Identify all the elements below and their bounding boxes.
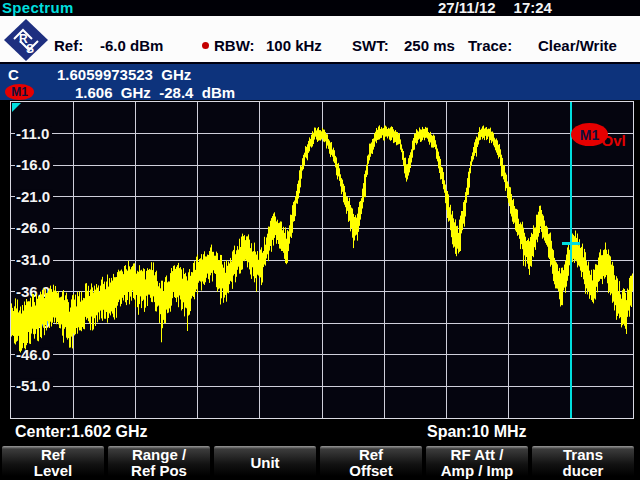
setting-label: Trace:	[468, 37, 538, 54]
marker-info-bar: C 1.6059973523 GHz M1 1.606 GHz -28.4 dB…	[0, 62, 640, 100]
setting-value: Clear/Write	[538, 37, 617, 54]
header-bar: Spectrum 27/11/12 17:24	[0, 0, 640, 16]
setting-label: Ref:	[54, 37, 100, 54]
center-frequency: Center:1.602 GHz	[15, 423, 148, 441]
changed-setting-indicator-icon	[202, 42, 209, 49]
rohde-schwarz-logo: R S	[3, 18, 49, 62]
counter-frequency-value: 1.6059973523 GHz	[57, 66, 191, 83]
mode-title: Spectrum	[2, 0, 74, 16]
setting-label: SWT:	[352, 37, 404, 54]
setting-value: -6.0 dBm	[100, 37, 163, 54]
softkey-range-ref-pos[interactable]: Range /Ref Pos	[108, 446, 210, 479]
marker-m1-badge: M1	[5, 84, 34, 100]
date-label: 27/11/12	[438, 0, 496, 16]
plot-canvas: IF Ovl M1 -11.0-16.0-21.0-26.0-31.0-36.0…	[11, 102, 633, 418]
setting-sweep-time: SWT:250 ms	[352, 35, 455, 55]
setting-rbw: RBW:100 kHz	[202, 35, 322, 55]
softkey-bar: RefLevel Range /Ref Pos Unit RefOffset R…	[0, 446, 640, 480]
time-label: 17:24	[514, 0, 552, 16]
marker-m1-readout: 1.606 GHz -28.4 dBm	[75, 84, 235, 101]
counter-label: C	[8, 66, 19, 83]
marker-m1-flag: M1	[571, 123, 608, 146]
spectrum-analyzer-screen: Spectrum 27/11/12 17:24 R S Ref:-6.0 dBm…	[0, 0, 640, 480]
softkey-rf-att-amp-imp[interactable]: RF Att /Amp / Imp	[426, 446, 528, 479]
setting-value: 100 kHz	[266, 37, 322, 54]
frequency-info-bar: Center:1.602 GHz Span:10 MHz	[0, 419, 640, 446]
setting-value: 250 ms	[404, 37, 455, 54]
datetime: 27/11/12 17:24	[438, 0, 552, 16]
settings-band: R S Ref:-6.0 dBm Att:15 dB RBW:100 kHz V…	[0, 16, 640, 63]
setting-trace-mode: Trace:Clear/Write	[468, 35, 617, 55]
softkey-unit[interactable]: Unit	[214, 446, 316, 479]
marker-m1-line[interactable]	[570, 102, 572, 418]
setting-ref-level: Ref:-6.0 dBm	[54, 35, 163, 55]
spectrum-trace	[11, 102, 633, 418]
svg-text:S: S	[26, 42, 34, 56]
spectrum-plot: IF Ovl M1 -11.0-16.0-21.0-26.0-31.0-36.0…	[10, 101, 634, 419]
span-value: Span:10 MHz	[427, 423, 527, 441]
marker-m1-level-tick	[562, 242, 580, 245]
softkey-ref-level[interactable]: RefLevel	[2, 446, 104, 479]
softkey-ref-offset[interactable]: RefOffset	[320, 446, 422, 479]
softkey-transducer[interactable]: Transducer	[532, 446, 634, 479]
setting-label: RBW:	[214, 37, 266, 54]
